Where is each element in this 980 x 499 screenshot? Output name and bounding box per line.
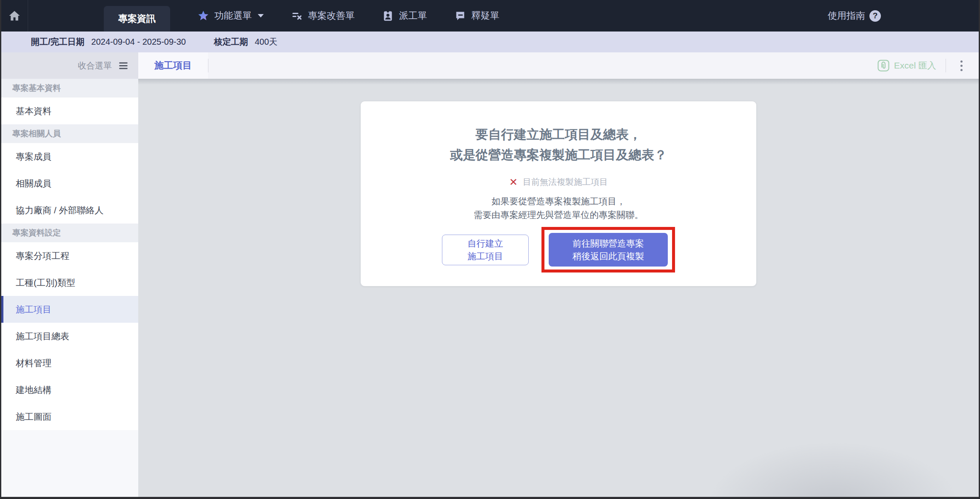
collapse-menu-label: 收合選單 — [78, 60, 112, 72]
chat-bubble-icon — [454, 10, 466, 22]
approved-duration-label: 核定工期 — [214, 36, 248, 48]
hamburger-icon — [118, 60, 129, 71]
go-link-construction-project-button[interactable]: 前往關聯營造專案 稍後返回此頁複製 — [549, 233, 668, 267]
sidebar-item-work-types[interactable]: 工種(工別)類型 — [1, 269, 138, 296]
card-description-line2: 需要由專案經理先與營造單位的專案關聯。 — [474, 208, 644, 222]
error-x-icon: ✕ — [509, 177, 518, 187]
excel-import-label: Excel 匯入 — [894, 60, 936, 72]
menu-function-menu[interactable]: 功能選單 — [197, 0, 264, 32]
star-icon — [197, 10, 209, 22]
start-end-date-label: 開工/完工日期 — [31, 36, 85, 48]
tab-construction-items[interactable]: 施工項目 — [138, 52, 208, 79]
card-title: 要自行建立施工項目及總表， 或是從營造專案複製施工項目及總表？ — [450, 124, 667, 165]
divider — [946, 59, 946, 72]
approved-duration-value: 400天 — [255, 36, 277, 48]
home-button[interactable] — [1, 0, 28, 32]
app-window: 專案資訊 功能選單 專案改善單 — [0, 0, 980, 499]
menu-improvement-form[interactable]: 專案改善單 — [291, 0, 355, 32]
sidebar-section-basic-info: 專案基本資料 — [1, 79, 138, 98]
content-header: 施工項目 Excel 匯入 — [138, 52, 979, 79]
user-guide-label: 使用指南 — [828, 9, 865, 22]
warning-text: 目前無法複製施工項目 — [523, 176, 608, 188]
menu-query-form[interactable]: 釋疑單 — [454, 0, 499, 32]
nav-item-label: 釋疑單 — [471, 9, 499, 22]
nav-item-label: 專案改善單 — [308, 9, 355, 22]
sidebar-item-construction-drawings[interactable]: 施工圖面 — [1, 403, 138, 430]
content-header-row: 收合選單 施工項目 Excel 匯入 — [1, 52, 979, 79]
attachment-icon — [877, 59, 890, 72]
sidebar-item-site-structure[interactable]: 建地結構 — [1, 376, 138, 403]
main-content: 要自行建立施工項目及總表， 或是從營造專案複製施工項目及總表？ ✕ 目前無法複製… — [138, 79, 979, 497]
card-description: 如果要從營造專案複製施工項目， 需要由專案經理先與營造單位的專案關聯。 — [474, 195, 644, 222]
sidebar-section-personnel: 專案相關人員 — [1, 124, 138, 143]
sidebar-item-construction-items[interactable]: 施工項目 — [1, 296, 138, 323]
help-icon: ? — [869, 10, 881, 22]
user-guide-link[interactable]: 使用指南 ? — [828, 0, 881, 32]
card-title-line1: 要自行建立施工項目及總表， — [450, 124, 667, 145]
menu-dispatch-form[interactable]: 派工單 — [382, 0, 427, 32]
sidebar-item-related-members[interactable]: 相關成員 — [1, 170, 138, 197]
collapse-menu-button[interactable]: 收合選單 — [1, 52, 138, 79]
card-title-line2: 或是從營造專案複製施工項目及總表？ — [450, 145, 667, 165]
sidebar-item-subcontractors[interactable]: 協力廠商 / 外部聯絡人 — [1, 197, 138, 224]
self-create-label-line2: 施工項目 — [467, 250, 503, 263]
sidebar-section-data-settings: 專案資料設定 — [1, 224, 138, 242]
go-link-label-line2: 稍後返回此頁複製 — [573, 250, 644, 263]
warning-row: ✕ 目前無法複製施工項目 — [509, 176, 608, 188]
chevron-down-icon — [258, 14, 264, 17]
go-link-label-line1: 前往關聯營造專案 — [573, 237, 644, 250]
home-icon — [8, 9, 21, 22]
nav-item-label: 派工單 — [399, 9, 427, 22]
self-create-button[interactable]: 自行建立 施工項目 — [442, 235, 529, 265]
sidebar-item-project-members[interactable]: 專案成員 — [1, 143, 138, 170]
button-row: 自行建立 施工項目 前往關聯營造專案 稍後返回此頁複製 — [442, 227, 675, 272]
dispatch-badge-icon — [382, 10, 394, 22]
sidebar-item-construction-summary[interactable]: 施工項目總表 — [1, 323, 138, 350]
nav-tabs: 專案資訊 功能選單 專案改善單 — [104, 0, 499, 32]
divider — [208, 59, 208, 72]
tab-project-info[interactable]: 專案資訊 — [104, 6, 170, 32]
sidebar-item-sub-projects[interactable]: 專案分項工程 — [1, 242, 138, 269]
sidebar-item-basic-info[interactable]: 基本資料 — [1, 98, 138, 124]
card-description-line1: 如果要從營造專案複製施工項目， — [474, 195, 644, 208]
nav-item-label: 功能選單 — [214, 9, 252, 22]
top-nav: 專案資訊 功能選單 專案改善單 — [1, 0, 979, 32]
choice-card: 要自行建立施工項目及總表， 或是從營造專案複製施工項目及總表？ ✕ 目前無法複製… — [361, 101, 756, 286]
sidebar: 專案基本資料 基本資料 專案相關人員 專案成員 相關成員 協力廠商 / 外部聯絡… — [1, 79, 138, 497]
kebab-menu-button[interactable] — [954, 57, 969, 75]
start-end-date-value: 2024-09-04 - 2025-09-30 — [91, 37, 186, 47]
sidebar-item-material-management[interactable]: 材料管理 — [1, 350, 138, 376]
annotation-highlight-box: 前往關聯營造專案 稍後返回此頁複製 — [541, 227, 675, 272]
improvement-list-icon — [291, 10, 303, 22]
self-create-label-line1: 自行建立 — [467, 237, 503, 250]
body-row: 專案基本資料 基本資料 專案相關人員 專案成員 相關成員 協力廠商 / 外部聯絡… — [1, 79, 979, 497]
project-info-bar: 開工/完工日期 2024-09-04 - 2025-09-30 核定工期 400… — [1, 32, 979, 52]
excel-import-button[interactable]: Excel 匯入 — [877, 59, 936, 72]
